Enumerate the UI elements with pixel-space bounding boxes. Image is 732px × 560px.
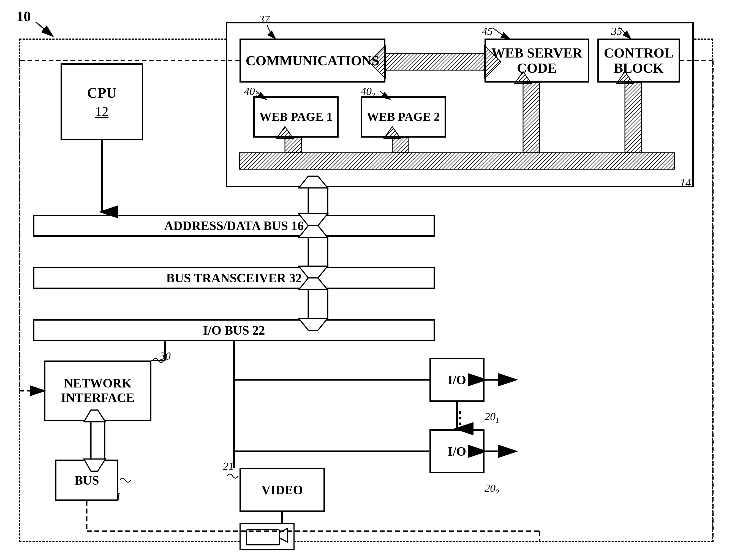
control-block-box: CONTROL BLOCK — [597, 39, 680, 83]
cpu-ref: 12 — [95, 104, 108, 119]
io-bus-label: I/O BUS 22 — [203, 323, 265, 338]
bus-box: BUS — [55, 460, 118, 501]
ref-45: 45 — [482, 25, 493, 38]
io-bus: I/O BUS 22 — [33, 319, 435, 341]
io2-label: I/O — [448, 444, 466, 459]
io-box-1: I/O — [430, 358, 485, 402]
network-interface-label: NETWORK INTERFACE — [45, 376, 150, 405]
communications-box: COMMUNICATIONS — [239, 39, 386, 83]
video-label: VIDEO — [261, 483, 303, 497]
ref-35: 35 — [611, 25, 622, 38]
figure-label: 10 — [17, 8, 31, 24]
bus-transceiver: BUS TRANSCEIVER 32 — [33, 267, 435, 289]
io1-label: I/O — [448, 373, 466, 387]
svg-marker-1 — [279, 528, 288, 542]
diagram-container: 10 37 45 35 401 402 14 30 31 21 21a 201 … — [0, 0, 732, 560]
ref-37: 37 — [259, 13, 270, 26]
network-interface-box: NETWORK INTERFACE — [44, 360, 151, 421]
ref-30: 30 — [160, 349, 171, 362]
addr-bus-label: ADDRESS/DATA BUS 16 — [164, 218, 304, 233]
cpu-label-text: CPU — [87, 85, 117, 101]
ref-20-1: 201 — [485, 410, 499, 425]
communications-label: COMMUNICATIONS — [245, 53, 379, 68]
webpage2-box: WEB PAGE 2 — [360, 96, 446, 138]
webpage1-box: WEB PAGE 1 — [253, 96, 338, 138]
camera-box — [239, 523, 294, 550]
web-server-label: WEB SERVER CODE — [486, 45, 588, 76]
bus-label: BUS — [74, 473, 99, 488]
video-box: VIDEO — [239, 468, 325, 512]
webpage2-label: WEB PAGE 2 — [367, 110, 440, 124]
control-block-label: CONTROL BLOCK — [599, 45, 679, 76]
address-data-bus: ADDRESS/DATA BUS 16 — [33, 215, 435, 237]
camera-icon — [245, 526, 289, 548]
io-box-2: I/O — [430, 429, 485, 473]
bus-transceiver-label: BUS TRANSCEIVER 32 — [166, 271, 302, 285]
ref-14: 14 — [680, 176, 691, 189]
ref-20-2: 202 — [485, 482, 499, 496]
web-server-box: WEB SERVER CODE — [485, 39, 589, 83]
svg-rect-0 — [246, 530, 279, 545]
ref-21: 21 — [223, 460, 234, 472]
webpage1-label: WEB PAGE 1 — [259, 110, 332, 124]
cpu-box: CPU 12 — [61, 63, 143, 140]
